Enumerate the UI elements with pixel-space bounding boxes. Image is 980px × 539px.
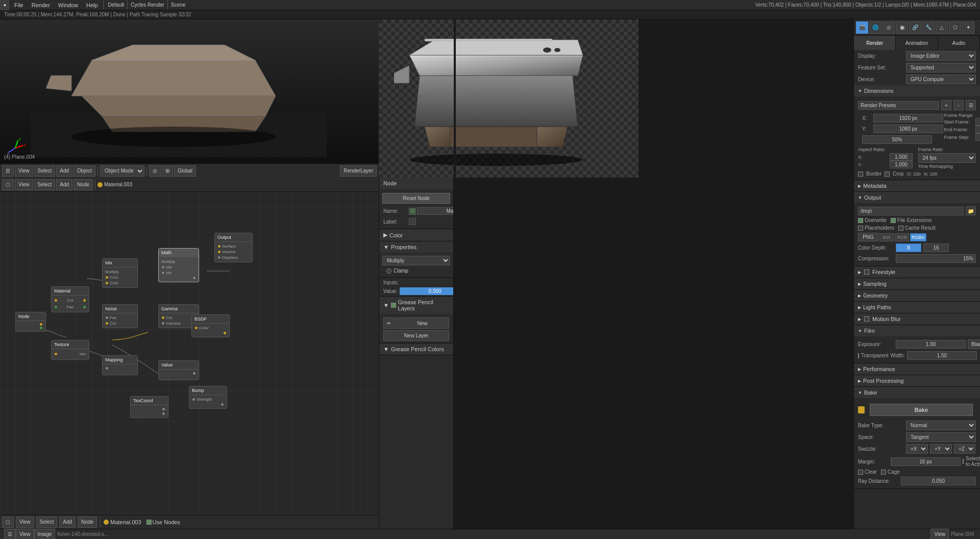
- node-node-menu[interactable]: Node: [74, 179, 93, 190]
- node-view-btn[interactable]: View: [16, 517, 34, 528]
- bake-header[interactable]: ▼ Bake: [854, 387, 980, 398]
- bottom-view2[interactable]: View: [930, 529, 949, 540]
- node-box-col3-top[interactable]: Mix Multiply Col1 Col2: [102, 258, 138, 288]
- overwrite-check[interactable]: [858, 218, 863, 223]
- rgba-btn[interactable]: RGBA: [910, 233, 926, 241]
- constraint-icon[interactable]: 🔗: [909, 21, 921, 34]
- select-menu[interactable]: Select: [34, 165, 56, 177]
- output-folder-btn[interactable]: 📁: [966, 206, 976, 215]
- light-paths-header[interactable]: ▶ Light Paths: [854, 302, 980, 313]
- operation-select[interactable]: Multiply Add Subtract Divide: [382, 256, 450, 265]
- clear-check[interactable]: [858, 470, 863, 475]
- cage-check[interactable]: [881, 470, 886, 475]
- width-input[interactable]: [907, 351, 977, 360]
- value-input[interactable]: [400, 287, 454, 295]
- motion-blur-check[interactable]: [864, 316, 869, 322]
- render-sep[interactable]: [454, 19, 456, 178]
- cd-8-btn[interactable]: 8: [896, 243, 921, 252]
- render-icon[interactable]: 🎬: [856, 21, 868, 34]
- motion-blur-header[interactable]: ▶ Motion Blur: [854, 313, 980, 325]
- metadata-header[interactable]: ▶ Metadata: [854, 180, 980, 191]
- properties-header[interactable]: ▼ Properties: [379, 241, 453, 253]
- geometry-header[interactable]: ▶ Geometry: [854, 290, 980, 301]
- world-icon[interactable]: ◎: [883, 21, 895, 34]
- node-add-menu[interactable]: Add: [56, 179, 72, 190]
- rgb-btn[interactable]: RGB: [895, 233, 909, 241]
- node-box-col4-bot[interactable]: Value: [158, 360, 199, 380]
- output-header[interactable]: ▼ Output: [854, 192, 980, 203]
- node-box-col3-mid[interactable]: Noise Fac Col: [102, 304, 138, 328]
- object-menu[interactable]: Object: [74, 165, 95, 177]
- node-box-col2-bot[interactable]: Texture Vec: [51, 340, 89, 360]
- performance-header[interactable]: ▶ Performance: [854, 363, 980, 375]
- transparent-check[interactable]: [858, 353, 859, 358]
- menu-file[interactable]: File: [10, 0, 28, 10]
- object-icon[interactable]: ▣: [896, 21, 908, 34]
- viewport-shading[interactable]: ◎: [149, 165, 161, 177]
- aspect-y-input[interactable]: [890, 161, 913, 168]
- node-node-btn[interactable]: Node: [78, 517, 97, 528]
- modifier-icon[interactable]: 🔧: [922, 21, 935, 34]
- grease-colors-header[interactable]: ▼ Grease Pencil Colors: [379, 344, 453, 355]
- filter-select[interactable]: Blackman-Harris: [968, 339, 980, 349]
- margin-input[interactable]: [891, 457, 961, 466]
- res-y-input[interactable]: [873, 125, 943, 133]
- node-add-btn[interactable]: Add: [59, 517, 76, 528]
- node-canvas[interactable]: Node Material Col Fac: [0, 192, 379, 514]
- pivot[interactable]: ⊞: [162, 165, 173, 177]
- presets-del-btn[interactable]: -: [953, 100, 964, 110]
- node-box-small-left[interactable]: Node: [15, 312, 46, 332]
- material-icon-rp[interactable]: ⬡: [949, 21, 961, 34]
- freestyle-check[interactable]: [864, 270, 869, 275]
- space-select[interactable]: Tangent: [906, 432, 976, 442]
- post-processing-header[interactable]: ▶ Post Processing: [854, 375, 980, 386]
- bottom-view[interactable]: View: [16, 529, 34, 540]
- bottom-image[interactable]: Image: [34, 529, 56, 540]
- node-editor-icon-bottom[interactable]: ⬡: [2, 517, 14, 528]
- sampling-header[interactable]: ▶ Sampling: [854, 278, 980, 289]
- node-box-col5-botl[interactable]: BSDF Color: [191, 314, 230, 337]
- tab-animation[interactable]: Animation: [896, 36, 938, 50]
- particle-icon[interactable]: ✦: [962, 21, 974, 34]
- render-presets-input[interactable]: [858, 101, 939, 110]
- format-btn[interactable]: PNG: [858, 233, 878, 241]
- engine-selector[interactable]: Cycles Render: [128, 2, 167, 8]
- res-pct-input[interactable]: [862, 135, 932, 144]
- grease-layers-header[interactable]: ▼ Grease Pencil Layers: [379, 297, 453, 314]
- selected-to-active-check[interactable]: [963, 459, 964, 464]
- border-check[interactable]: [858, 172, 863, 177]
- ray-dist-input[interactable]: [901, 477, 976, 485]
- blender-icon[interactable]: ●: [0, 0, 10, 10]
- new-layer-btn[interactable]: New Layer: [383, 330, 449, 341]
- menu-render[interactable]: Render: [28, 0, 54, 10]
- res-x-input[interactable]: [873, 114, 943, 122]
- clamp-check[interactable]: [386, 268, 391, 274]
- scene-icon[interactable]: 🌐: [869, 21, 881, 34]
- viewport-icon[interactable]: ☰: [2, 165, 14, 177]
- pencil-icon-btn[interactable]: ✏: [383, 317, 395, 329]
- frame-step-input[interactable]: [975, 133, 980, 141]
- data-icon[interactable]: △: [936, 21, 948, 34]
- film-header[interactable]: ▼ Film: [854, 325, 980, 336]
- freestyle-header[interactable]: ▶ Freestyle: [854, 266, 980, 278]
- node-editor[interactable]: ⬡ View Select Add Node Material.003: [0, 178, 379, 529]
- node-view-menu[interactable]: View: [15, 179, 33, 190]
- new-btn[interactable]: New: [396, 317, 449, 329]
- display-select[interactable]: Image Editor: [906, 51, 976, 61]
- reset-node-btn[interactable]: Reset Node: [382, 193, 450, 204]
- node-box-col2-top[interactable]: Material Col Fac: [51, 286, 89, 312]
- swizzle-y-select[interactable]: +Y: [930, 444, 952, 454]
- add-menu[interactable]: Add: [56, 165, 72, 177]
- grease-check[interactable]: [391, 303, 396, 308]
- menu-window[interactable]: Window: [54, 0, 82, 10]
- dimensions-header[interactable]: ▼ Dimensions: [854, 85, 980, 96]
- crop-check[interactable]: [885, 172, 890, 177]
- end-frame-input[interactable]: [975, 126, 980, 133]
- bw-btn[interactable]: BW: [879, 233, 894, 241]
- node-select-btn[interactable]: Select: [36, 517, 58, 528]
- node-box-math-selected[interactable]: Math Multiply Val Val: [158, 248, 199, 282]
- menu-help[interactable]: Help: [82, 0, 102, 10]
- node-sidebar-sep[interactable]: [454, 178, 456, 529]
- bottom-icon-left[interactable]: ☰: [4, 529, 16, 540]
- tab-audio[interactable]: Audio: [938, 36, 980, 50]
